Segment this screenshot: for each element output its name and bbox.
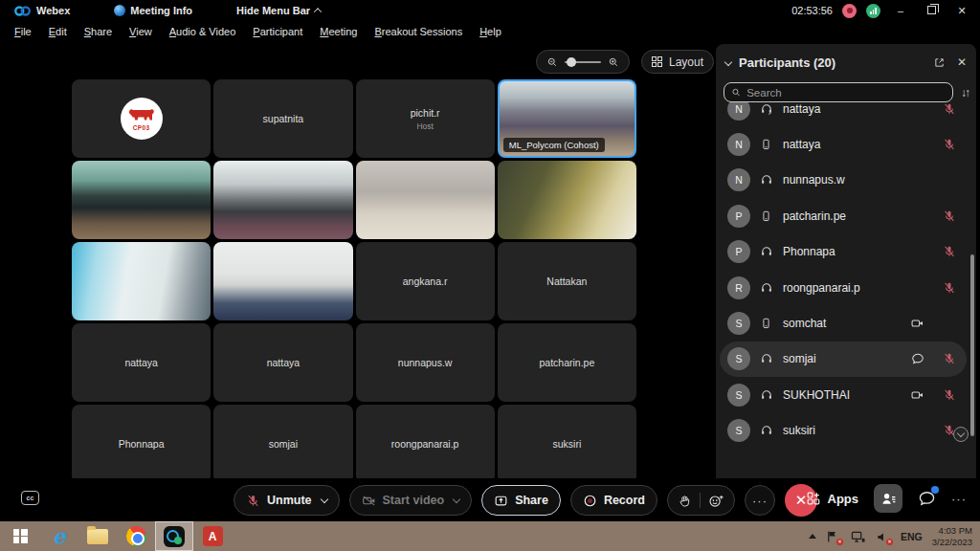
participant-row-highlighted[interactable]: S somjai <box>720 342 967 377</box>
taskbar-internet-explorer[interactable]: e <box>40 521 78 551</box>
mic-muted-icon[interactable] <box>941 388 957 402</box>
mic-muted-icon[interactable] <box>941 352 957 365</box>
participant-row[interactable]: S somchat <box>720 305 967 341</box>
menu-file[interactable]: File <box>6 23 40 40</box>
video-tile[interactable]: CP03 <box>72 79 211 158</box>
participant-row[interactable]: P Phonnapa <box>720 234 967 270</box>
layout-button[interactable]: Layout <box>641 50 714 74</box>
video-tile-active-speaker[interactable]: ML_Polycom (Cohost) <box>498 79 636 158</box>
grid-zoom-slider[interactable] <box>536 50 630 74</box>
video-tile[interactable]: roongpanarai.p <box>356 405 495 478</box>
language-indicator[interactable]: ENG <box>901 531 923 542</box>
video-tile[interactable] <box>72 161 211 239</box>
hide-menu-bar-button[interactable]: Hide Menu Bar <box>236 5 321 16</box>
menu-help[interactable]: Help <box>471 23 510 40</box>
share-button[interactable]: Share <box>481 485 561 516</box>
taskbar-acrobat[interactable]: A <box>193 521 232 551</box>
video-tile[interactable]: nunnapus.w <box>356 323 495 402</box>
video-tile[interactable] <box>498 161 636 239</box>
participant-row[interactable]: N nattaya <box>720 102 967 126</box>
mic-muted-icon[interactable] <box>941 102 957 116</box>
menu-share[interactable]: Share <box>76 23 121 40</box>
menu-participant[interactable]: Participant <box>244 23 311 40</box>
zoom-out-icon[interactable] <box>546 56 558 68</box>
chat-button[interactable] <box>918 490 936 507</box>
taskbar-file-explorer[interactable] <box>78 521 117 551</box>
headset-icon <box>760 388 774 402</box>
show-hidden-icons-button[interactable] <box>809 534 816 539</box>
popout-panel-icon[interactable] <box>933 56 946 69</box>
tile-role: Host <box>411 121 440 131</box>
taskbar-clock[interactable]: 4:03 PM 3/22/2023 <box>932 525 972 548</box>
record-button[interactable]: Record <box>570 485 657 516</box>
close-window-button[interactable]: ✕ <box>951 5 972 17</box>
video-tile[interactable]: nattaya <box>213 323 352 402</box>
unmute-button[interactable]: Unmute <box>234 485 340 516</box>
camera-on-icon[interactable] <box>909 317 925 330</box>
taskbar-webex-active[interactable] <box>155 521 193 551</box>
taskbar-chrome[interactable] <box>117 521 155 551</box>
video-tile[interactable]: angkana.r <box>356 242 495 320</box>
zoom-slider-track[interactable] <box>565 61 601 63</box>
chat-bubble-icon[interactable] <box>909 352 925 365</box>
apps-button[interactable]: Apps <box>806 491 859 506</box>
mic-muted-icon[interactable] <box>941 245 957 258</box>
video-tile[interactable] <box>72 242 211 320</box>
participants-panel-title: Participants (20) <box>739 55 922 70</box>
participant-search[interactable] <box>724 82 953 102</box>
video-tile[interactable] <box>213 242 352 320</box>
participant-row[interactable]: S SUKHOTHAI <box>720 377 967 412</box>
participant-row[interactable]: R roongpanarai.p <box>720 270 967 305</box>
meeting-info-button[interactable]: Meeting Info <box>114 5 192 16</box>
network-icon[interactable] <box>851 530 866 543</box>
zoom-slider-knob[interactable] <box>567 57 576 67</box>
participant-row[interactable]: N nattaya <box>720 126 967 162</box>
participant-row[interactable]: P patcharin.pe <box>720 198 967 233</box>
start-video-button[interactable]: Start video <box>349 485 473 516</box>
video-options-chevron-icon[interactable] <box>453 495 460 502</box>
connection-quality-icon[interactable] <box>866 4 880 18</box>
mic-muted-icon[interactable] <box>941 281 957 295</box>
video-tile[interactable]: somjai <box>213 405 352 478</box>
raise-hand-icon[interactable] <box>678 494 692 508</box>
video-tile[interactable]: supatnita <box>213 79 352 158</box>
reactions-smiley-icon[interactable] <box>708 494 724 508</box>
panel-scrollbar[interactable] <box>970 254 974 436</box>
close-panel-icon[interactable]: ✕ <box>957 55 967 69</box>
menu-edit[interactable]: Edit <box>40 23 76 40</box>
panel-collapse-chevron-icon[interactable] <box>724 58 732 66</box>
share-screen-icon <box>494 494 508 508</box>
video-tile[interactable]: nattaya <box>72 323 211 402</box>
mic-muted-icon[interactable] <box>941 138 957 151</box>
participant-row[interactable]: N nunnapus.w <box>720 163 967 198</box>
video-tile[interactable]: Nattakan <box>498 242 636 320</box>
volume-muted-icon[interactable]: ✕ <box>876 530 891 543</box>
more-panels-button[interactable]: ··· <box>951 492 967 506</box>
video-tile[interactable]: patcharin.pe <box>498 323 636 402</box>
restore-button[interactable] <box>921 5 942 16</box>
menu-view[interactable]: View <box>121 23 161 40</box>
camera-on-icon[interactable] <box>909 388 925 402</box>
menu-breakout-sessions[interactable]: Breakout Sessions <box>366 23 471 40</box>
unmute-options-chevron-icon[interactable] <box>320 495 327 502</box>
more-options-button[interactable]: ··· <box>745 485 775 516</box>
action-center-flag-icon[interactable]: ✕ <box>826 530 841 543</box>
video-tile[interactable]: pichit.r Host <box>356 79 495 158</box>
search-input[interactable] <box>746 87 946 99</box>
participants-toggle-button[interactable] <box>874 484 902 513</box>
participant-row[interactable]: S suksiri <box>720 413 967 447</box>
video-tile[interactable]: Phonnapa <box>72 405 211 478</box>
video-tile[interactable] <box>356 161 495 239</box>
start-button[interactable] <box>0 521 40 551</box>
closed-captions-icon[interactable]: cc <box>21 491 39 505</box>
recording-indicator-icon[interactable] <box>842 4 857 18</box>
scroll-down-button[interactable] <box>953 427 969 442</box>
video-tile[interactable] <box>213 161 352 239</box>
zoom-in-icon[interactable] <box>608 56 619 68</box>
sort-participants-icon[interactable]: ↓↑ <box>961 86 969 99</box>
video-tile[interactable]: suksiri <box>498 405 636 478</box>
menu-audio-video[interactable]: Audio & Video <box>161 23 245 40</box>
mic-muted-icon[interactable] <box>941 209 957 223</box>
menu-meeting[interactable]: Meeting <box>311 23 366 40</box>
minimize-button[interactable]: – <box>890 5 911 16</box>
